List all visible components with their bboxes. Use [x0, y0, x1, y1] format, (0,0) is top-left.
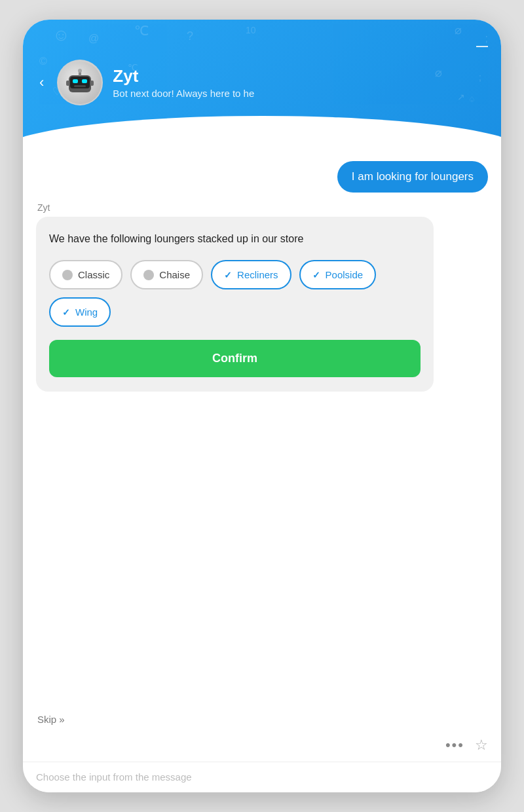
more-options-button[interactable]: •••	[445, 737, 464, 754]
bottom-actions: ••• ☆	[23, 731, 501, 762]
option-recliners[interactable]: ✓ Recliners	[211, 260, 291, 289]
svg-rect-2	[73, 79, 78, 83]
bot-card: We have the following loungers stacked u…	[36, 217, 434, 392]
input-bar: Choose the input from the message	[23, 762, 501, 792]
option-classic-label: Classic	[78, 269, 109, 280]
option-chaise[interactable]: Chaise	[130, 260, 203, 289]
confirm-button[interactable]: Confirm	[49, 340, 421, 377]
header-curve	[23, 116, 501, 151]
option-classic[interactable]: Classic	[49, 260, 122, 289]
skip-row: Skip »	[23, 710, 501, 731]
favorite-button[interactable]: ☆	[475, 737, 488, 754]
svg-rect-3	[82, 79, 87, 83]
back-button[interactable]: ‹	[36, 71, 47, 94]
avatar	[57, 60, 103, 105]
svg-rect-4	[74, 85, 86, 87]
check-icon-poolside: ✓	[312, 270, 320, 280]
svg-rect-8	[90, 81, 94, 86]
header: ☺ @ ℃ ? 10 ⌀ ; © ☺ ℃ ⌀ ; ♡ ↗ ♤ — ‹	[23, 20, 501, 151]
header-top-bar: —	[36, 39, 488, 53]
check-icon-wing: ✓	[62, 307, 70, 318]
skip-button[interactable]: Skip »	[37, 714, 65, 725]
option-wing-label: Wing	[75, 306, 98, 318]
bot-tagline: Bot next door! Always here to he	[113, 88, 254, 99]
header-content: ‹	[36, 60, 488, 105]
user-message-bubble: I am looking for loungers	[337, 161, 488, 193]
svg-rect-7	[66, 81, 69, 86]
robot-icon	[64, 66, 96, 99]
bot-name: Zyt	[113, 66, 254, 86]
phone-container: ☺ @ ℃ ? 10 ⌀ ; © ☺ ℃ ⌀ ; ♡ ↗ ♤ — ‹	[23, 20, 501, 792]
avatar-inner	[59, 62, 102, 104]
bot-card-text: We have the following loungers stacked u…	[49, 231, 421, 247]
option-recliners-label: Recliners	[237, 269, 278, 280]
chat-area: I am looking for loungers Zyt We have th…	[23, 151, 501, 710]
option-chaise-label: Chaise	[159, 269, 190, 280]
bot-label: Zyt	[37, 202, 434, 213]
option-wing[interactable]: ✓ Wing	[49, 297, 111, 327]
svg-point-6	[78, 69, 82, 73]
minimize-button[interactable]: —	[476, 39, 488, 53]
option-poolside-label: Poolside	[326, 269, 364, 280]
option-dot-classic	[62, 270, 73, 280]
input-placeholder[interactable]: Choose the input from the message	[36, 771, 192, 783]
option-poolside[interactable]: ✓ Poolside	[299, 260, 377, 289]
check-icon-recliners: ✓	[224, 270, 232, 280]
bot-message-wrapper: Zyt We have the following loungers stack…	[36, 202, 434, 392]
option-dot-chaise	[143, 270, 154, 280]
bot-info: Zyt Bot next door! Always here to he	[113, 66, 254, 99]
options-grid: Classic Chaise ✓ Recliners ✓	[49, 260, 421, 327]
